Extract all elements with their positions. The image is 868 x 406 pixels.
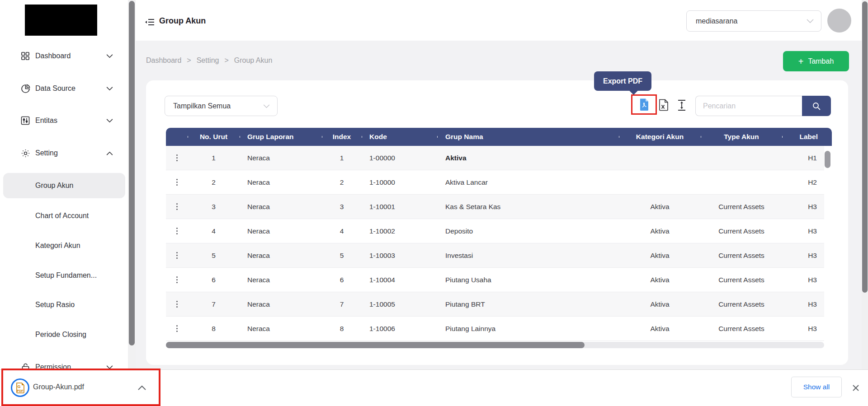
- table-row[interactable]: 4Neraca41-10002DepositoAktivaCurrent Ass…: [166, 219, 824, 243]
- sidebar-subitem-label: Kategori Akun: [35, 242, 80, 250]
- sidebar-item-label: Entitas: [35, 117, 57, 125]
- cell-grup-laporan: Neraca: [240, 252, 322, 260]
- table-horizontal-scrollbar-thumb[interactable]: [166, 342, 585, 348]
- grid-icon: [20, 51, 30, 61]
- kebab-menu-icon[interactable]: [175, 250, 179, 261]
- sidebar-item-entitas[interactable]: Entitas: [0, 112, 128, 130]
- cell-kode: 1-10003: [362, 252, 437, 260]
- cell-no-urut: 7: [188, 300, 240, 308]
- cell-kode: 1-10005: [362, 300, 437, 308]
- search-button[interactable]: [802, 96, 831, 116]
- sidebar-subitem-kategori-akun[interactable]: Kategori Akun: [3, 233, 125, 258]
- sidebar-item-label: Data Source: [35, 84, 75, 93]
- kebab-menu-icon[interactable]: [175, 275, 179, 285]
- chevron-down-icon: [105, 117, 113, 125]
- kebab-menu-icon[interactable]: [175, 323, 179, 334]
- kebab-menu-icon[interactable]: [175, 201, 179, 212]
- table-vertical-scrollbar-thumb[interactable]: [825, 151, 830, 168]
- table-row[interactable]: 6Neraca61-10004Piutang UsahaAktivaCurren…: [166, 268, 824, 292]
- cell-label: H2: [782, 178, 824, 187]
- export-excel-icon[interactable]: [658, 98, 670, 112]
- table-row[interactable]: 5Neraca51-10003InvestasiAktivaCurrent As…: [166, 243, 824, 268]
- breadcrumb-item-dashboard[interactable]: Dashboard: [146, 56, 181, 65]
- cell-grup-laporan: Neraca: [240, 325, 322, 333]
- export-pdf-tooltip-label: Export PDF: [603, 77, 642, 85]
- search-input[interactable]: [695, 96, 802, 116]
- page-size-select-value: Tampilkan Semua: [173, 102, 231, 110]
- sidebar-subitem-periode-closing[interactable]: Periode Closing: [3, 322, 125, 347]
- cell-label: H3: [782, 276, 824, 284]
- cell-grup-nama: Aktiva: [437, 154, 619, 162]
- cell-kode: 1-10004: [362, 276, 437, 284]
- sidebar-item-dashboard[interactable]: Dashboard: [0, 47, 128, 65]
- column-header-grup-nama: Grup Nama: [437, 133, 619, 141]
- cell-index: 4: [322, 227, 362, 235]
- cell-type-akun: Current Assets: [701, 203, 782, 211]
- table-row[interactable]: 3Neraca31-10001Kas & Setara KasAktivaCur…: [166, 195, 824, 219]
- table-row[interactable]: 8Neraca81-10006Piutang LainnyaAktivaCurr…: [166, 317, 824, 341]
- table-body: 1Neraca11-00000AktivaH12Neraca21-10000Ak…: [166, 146, 832, 341]
- cell-grup-nama: Piutang Usaha: [437, 276, 619, 284]
- plus-icon: +: [798, 57, 804, 66]
- table-row[interactable]: 7Neraca71-10005Piutang BRTAktivaCurrent …: [166, 292, 824, 317]
- breadcrumb-item-group-akun[interactable]: Group Akun: [234, 56, 273, 65]
- tenant-select[interactable]: mediasarana: [686, 10, 821, 32]
- table-row[interactable]: 2Neraca21-10000Aktiva LancarH2: [166, 170, 824, 195]
- breadcrumb-separator: >: [224, 56, 228, 65]
- column-header-kode: Kode: [362, 133, 437, 141]
- cell-no-urut: 5: [188, 252, 240, 260]
- cell-type-akun: Current Assets: [701, 227, 782, 235]
- sidebar-item-setting[interactable]: Setting: [0, 144, 128, 162]
- content-card: Tampilkan Semua Export PDF: [146, 80, 848, 365]
- show-all-button[interactable]: Show all: [791, 377, 842, 397]
- cell-label: H3: [782, 203, 824, 211]
- tenant-select-value: mediasarana: [696, 17, 738, 25]
- breadcrumb: Dashboard>Setting>Group Akun: [146, 56, 272, 65]
- column-header-kategori-akun: Kategori Akun: [619, 133, 701, 141]
- cell-index: 6: [322, 276, 362, 284]
- sidebar-subitem-chart-of-account[interactable]: Chart of Account: [3, 203, 125, 229]
- page-scrollbar-thumb[interactable]: [862, 1, 868, 293]
- sidebar: DashboardData SourceEntitasSettingGroup …: [0, 0, 128, 369]
- export-pdf-icon[interactable]: [638, 98, 650, 112]
- page-size-select[interactable]: Tampilkan Semua: [165, 96, 278, 116]
- sidebar-subitem-label: Setup Rasio: [35, 301, 75, 309]
- sidebar-item-data-source[interactable]: Data Source: [0, 79, 128, 98]
- cell-grup-laporan: Neraca: [240, 203, 322, 211]
- sidebar-scrollbar-thumb[interactable]: [129, 1, 135, 345]
- cell-grup-laporan: Neraca: [240, 154, 322, 162]
- avatar[interactable]: [827, 9, 851, 33]
- sidebar-subitem-group-akun[interactable]: Group Akun: [3, 173, 125, 198]
- cell-index: 1: [322, 154, 362, 162]
- add-button[interactable]: + Tambah: [783, 51, 849, 71]
- close-icon[interactable]: [851, 383, 861, 393]
- cell-type-akun: Current Assets: [701, 276, 782, 284]
- page-scrollbar-track: [862, 0, 868, 369]
- kebab-menu-icon[interactable]: [175, 226, 179, 236]
- sidebar-subitem-setup-rasio[interactable]: Setup Rasio: [3, 292, 125, 317]
- cell-grup-nama: Investasi: [437, 252, 619, 260]
- breadcrumb-item-setting[interactable]: Setting: [197, 56, 219, 65]
- cell-type-akun: Current Assets: [701, 300, 782, 308]
- row-height-icon[interactable]: [676, 98, 688, 112]
- kebab-menu-icon[interactable]: [175, 153, 179, 163]
- cell-kategori-akun: Aktiva: [619, 203, 701, 211]
- sidebar-subitem-setup-fundamen[interactable]: Setup Fundamen...: [3, 263, 125, 288]
- cell-kategori-akun: Aktiva: [619, 325, 701, 333]
- cell-grup-laporan: Neraca: [240, 227, 322, 235]
- table-row[interactable]: 1Neraca11-00000AktivaH1: [166, 146, 824, 170]
- kebab-menu-icon[interactable]: [175, 299, 179, 309]
- breadcrumb-separator: >: [187, 56, 191, 65]
- column-header-index: Index: [322, 133, 362, 141]
- cell-kategori-akun: Aktiva: [619, 300, 701, 308]
- cell-label: H3: [782, 325, 824, 333]
- cell-no-urut: 3: [188, 203, 240, 211]
- cell-label: H3: [782, 227, 824, 235]
- kebab-menu-icon[interactable]: [175, 177, 179, 187]
- cell-grup-laporan: Neraca: [240, 178, 322, 187]
- sidebar-subitem-label: Chart of Account: [35, 212, 89, 220]
- chevron-down-icon: [807, 17, 814, 25]
- sidebar-collapse-icon[interactable]: [145, 18, 155, 27]
- column-header-type-akun: Type Akun: [701, 133, 782, 141]
- cell-label: H1: [782, 154, 824, 162]
